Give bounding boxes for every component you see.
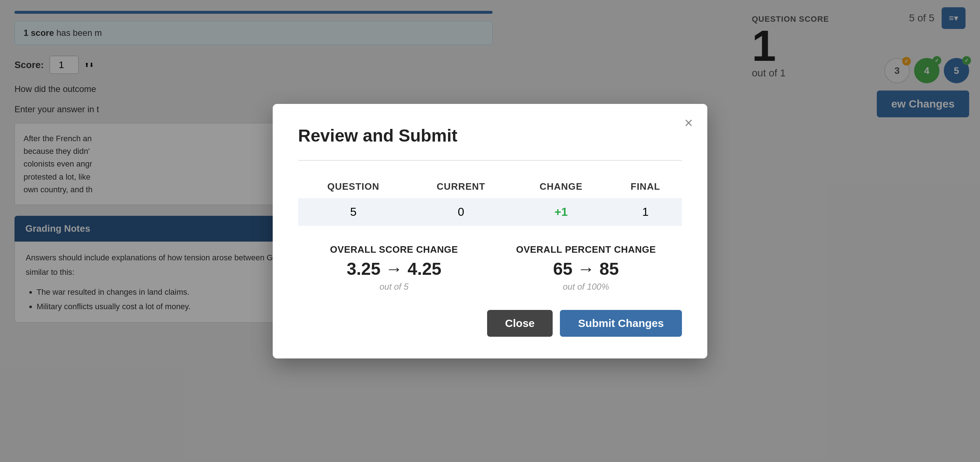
modal-overlay: Review and Submit × QUESTION CURRENT CHA… [0, 0, 980, 462]
table-row: 5 0 +1 1 [298, 198, 682, 226]
overall-score-sub: out of 5 [298, 282, 490, 292]
modal-actions: Close Submit Changes [298, 310, 682, 337]
overall-percent-from: 65 [553, 259, 572, 278]
overall-score-arrow: → [385, 259, 407, 278]
overall-percent-to: 85 [599, 259, 619, 278]
overall-percent-sub: out of 100% [490, 282, 682, 292]
overall-percent-label: OVERALL PERCENT CHANGE [490, 244, 682, 255]
review-table: QUESTION CURRENT CHANGE FINAL 5 0 +1 1 [298, 175, 682, 226]
review-submit-modal: Review and Submit × QUESTION CURRENT CHA… [273, 104, 707, 359]
overall-percent-values: 65 → 85 [490, 259, 682, 279]
col-final: FINAL [609, 175, 682, 198]
overall-score-label: OVERALL SCORE CHANGE [298, 244, 490, 255]
row-current: 0 [409, 198, 513, 226]
overall-percent-arrow: → [577, 259, 599, 278]
overall-score-section: OVERALL SCORE CHANGE 3.25 → 4.25 out of … [298, 244, 490, 292]
row-final: 1 [609, 198, 682, 226]
close-button[interactable]: Close [487, 310, 553, 337]
overall-score-to: 4.25 [407, 259, 441, 278]
modal-divider [298, 160, 682, 161]
col-change: CHANGE [514, 175, 609, 198]
score-summary: OVERALL SCORE CHANGE 3.25 → 4.25 out of … [298, 244, 682, 292]
overall-percent-section: OVERALL PERCENT CHANGE 65 → 85 out of 10… [490, 244, 682, 292]
col-current: CURRENT [409, 175, 513, 198]
modal-title: Review and Submit [298, 125, 682, 146]
col-question: QUESTION [298, 175, 409, 198]
modal-close-button[interactable]: × [684, 115, 693, 131]
row-question: 5 [298, 198, 409, 226]
submit-changes-button[interactable]: Submit Changes [560, 310, 682, 337]
overall-score-values: 3.25 → 4.25 [298, 259, 490, 279]
overall-score-from: 3.25 [347, 259, 380, 278]
row-change: +1 [514, 198, 609, 226]
